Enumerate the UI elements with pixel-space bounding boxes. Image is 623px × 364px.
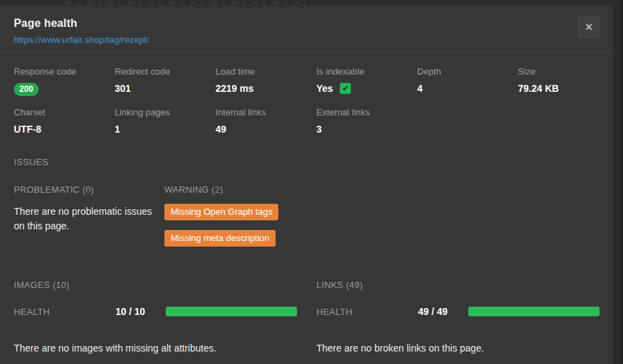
links-health-value: 49 / 49 (378, 306, 448, 317)
warning-title: WARNING (2) (164, 184, 278, 195)
modal-header: Page health https://www.urfair.shop/tag/… (0, 6, 613, 46)
problematic-title: PROBLEMATIC (0) (14, 184, 164, 195)
header-divider (0, 52, 613, 52)
stat-value: 301 (115, 83, 215, 94)
bottom-sections: IMAGES (10) HEALTH 10 / 10 There are no … (14, 280, 599, 354)
images-section: IMAGES (10) HEALTH 10 / 10 There are no … (14, 280, 297, 354)
stat-value: 49 (215, 124, 316, 135)
stat-is-indexable: Is indexable Yes ✔ (316, 66, 417, 96)
links-message: There are no broken links on this page. (316, 343, 600, 354)
stat-label: Charset (14, 107, 115, 117)
stat-label: Size (518, 66, 599, 77)
stat-label: Response code (14, 66, 115, 77)
stat-value: 2219 ms (215, 83, 316, 94)
links-health-bar (468, 307, 600, 316)
images-health-value: 10 / 10 (76, 306, 145, 317)
stat-load-time: Load time 2219 ms (215, 66, 316, 96)
problematic-message: There are no problematic issues on this … (14, 204, 152, 233)
stat-label: Depth (417, 66, 518, 77)
stat-value: UTF-8 (14, 124, 115, 135)
stat-label: Internal links (215, 107, 316, 117)
stat-external-links: External links 3 (316, 107, 417, 135)
stat-label: External links (316, 107, 417, 117)
stat-response-code: Response code 200 (14, 66, 115, 96)
stat-depth: Depth 4 (417, 66, 518, 96)
stat-value: 1 (115, 124, 215, 135)
links-health-row: HEALTH 49 / 49 (316, 306, 600, 317)
status-badge: 200 (14, 83, 39, 96)
images-section-title: IMAGES (10) (14, 280, 297, 290)
issues-columns: PROBLEMATIC (0) There are no problematic… (14, 184, 599, 256)
stat-linking-pages: Linking pages 1 (115, 107, 215, 135)
links-section-title: LINKS (49) (316, 280, 600, 290)
indexable-checked-icon: ✔ (340, 83, 351, 94)
stat-value: 3 (316, 124, 417, 135)
stat-value: Yes (316, 83, 333, 94)
images-health-bar-fill (166, 307, 297, 316)
warning-column: WARNING (2) Missing Open Graph tags Miss… (164, 184, 278, 256)
close-icon: ✕ (585, 21, 593, 32)
stat-redirect-code: Redirect code 301 (115, 66, 215, 96)
images-message: There are no images with missing alt att… (14, 343, 297, 354)
stat-label: Linking pages (115, 107, 215, 117)
images-health-bar (166, 307, 297, 316)
stat-label: Is indexable (316, 66, 417, 77)
links-section: LINKS (49) HEALTH 49 / 49 There are no b… (316, 280, 600, 354)
problematic-column: PROBLEMATIC (0) There are no problematic… (14, 184, 164, 256)
page-url-link[interactable]: https://www.urfair.shop/tag/rezept/ (14, 35, 149, 45)
health-label: HEALTH (316, 307, 378, 317)
links-health-bar-fill (468, 307, 600, 316)
stat-size: Size 79.24 KB (518, 66, 599, 96)
stat-label: Redirect code (115, 66, 215, 77)
issues-section-title: ISSUES (14, 157, 599, 167)
background-page-strip (0, 0, 623, 6)
stat-charset: Charset UTF-8 (14, 107, 115, 135)
warning-badge-open-graph[interactable]: Missing Open Graph tags (164, 204, 278, 220)
images-health-row: HEALTH 10 / 10 (14, 306, 297, 317)
warning-badge-meta-description[interactable]: Missing meta description (164, 230, 276, 247)
page-health-modal: Page health https://www.urfair.shop/tag/… (0, 6, 613, 364)
close-button[interactable]: ✕ (577, 16, 600, 39)
page-title: Page health (14, 17, 599, 30)
health-label: HEALTH (14, 307, 76, 317)
stat-value: 4 (417, 83, 518, 94)
stats-grid: Response code 200 Redirect code 301 Load… (14, 66, 599, 135)
stat-label: Load time (215, 66, 316, 77)
stat-internal-links: Internal links 49 (215, 107, 316, 135)
stat-value: 79.24 KB (518, 83, 599, 94)
background-clipped-text (66, 1, 307, 5)
